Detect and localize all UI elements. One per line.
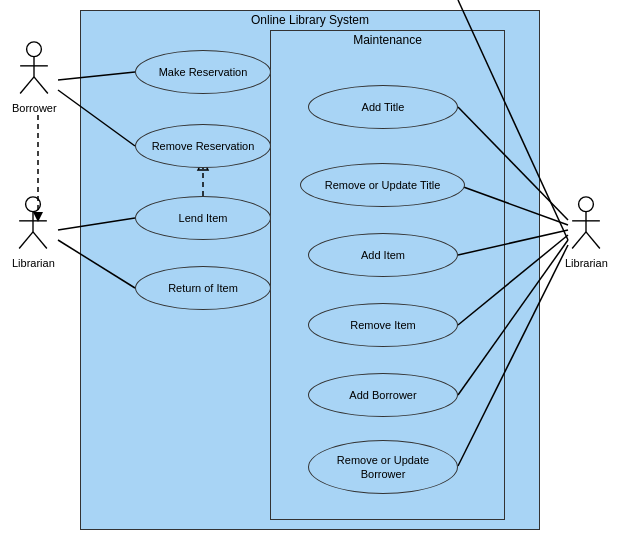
- librarian-right-label: Librarian: [565, 257, 608, 269]
- svg-line-18: [20, 77, 34, 94]
- remove-update-borrower-usecase: Remove or Update Borrower: [308, 440, 458, 494]
- remove-update-borrower-label: Remove or Update Borrower: [337, 453, 429, 482]
- add-title-label: Add Title: [362, 100, 405, 114]
- maintenance-title: Maintenance: [270, 30, 505, 47]
- return-of-item-label: Return of Item: [168, 281, 238, 295]
- librarian-left-actor: Librarian: [12, 195, 55, 269]
- make-reservation-label: Make Reservation: [159, 65, 248, 79]
- svg-point-15: [27, 42, 42, 57]
- librarian-right-figure-svg: [566, 195, 606, 255]
- svg-line-28: [573, 232, 587, 249]
- svg-point-25: [579, 197, 594, 212]
- svg-line-19: [34, 77, 48, 94]
- remove-item-usecase: Remove Item: [308, 303, 458, 347]
- lend-item-label: Lend Item: [179, 211, 228, 225]
- add-borrower-usecase: Add Borrower: [308, 373, 458, 417]
- add-borrower-label: Add Borrower: [349, 388, 416, 402]
- remove-reservation-label: Remove Reservation: [152, 139, 255, 153]
- svg-line-24: [33, 232, 47, 249]
- borrower-label: Borrower: [12, 102, 57, 114]
- lend-item-usecase: Lend Item: [135, 196, 271, 240]
- remove-reservation-usecase: Remove Reservation: [135, 124, 271, 168]
- add-item-label: Add Item: [361, 248, 405, 262]
- system-title: Online Library System: [80, 10, 540, 27]
- librarian-left-figure-svg: [13, 195, 53, 255]
- diagram-container: Online Library System Maintenance: [0, 0, 626, 544]
- borrower-figure-svg: [14, 40, 54, 100]
- librarian-left-label: Librarian: [12, 257, 55, 269]
- make-reservation-usecase: Make Reservation: [135, 50, 271, 94]
- librarian-right-actor: Librarian: [565, 195, 608, 269]
- svg-point-20: [26, 197, 41, 212]
- add-title-usecase: Add Title: [308, 85, 458, 129]
- return-of-item-usecase: Return of Item: [135, 266, 271, 310]
- remove-update-title-label: Remove or Update Title: [325, 178, 441, 192]
- borrower-actor: Borrower: [12, 40, 57, 114]
- remove-update-title-usecase: Remove or Update Title: [300, 163, 465, 207]
- remove-item-label: Remove Item: [350, 318, 415, 332]
- svg-line-23: [20, 232, 34, 249]
- add-item-usecase: Add Item: [308, 233, 458, 277]
- svg-line-29: [586, 232, 600, 249]
